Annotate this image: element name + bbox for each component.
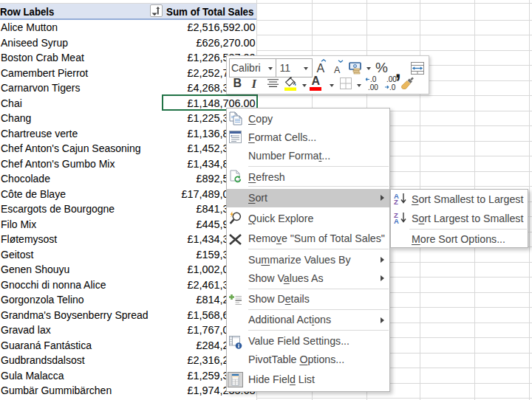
svg-text:.00: .00 <box>368 83 378 92</box>
svg-text:.00: .00 <box>386 75 397 83</box>
svg-text:.0: .0 <box>389 83 396 92</box>
svg-text:.0: .0 <box>370 75 377 83</box>
